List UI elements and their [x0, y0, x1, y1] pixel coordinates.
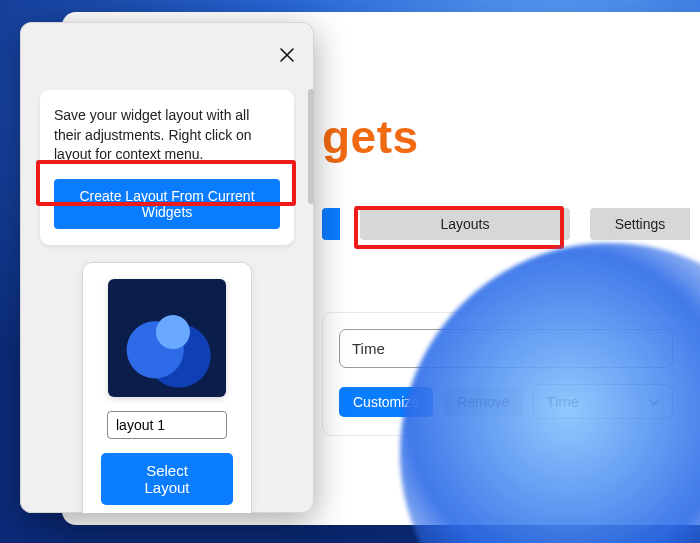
tab-settings[interactable]: Settings [590, 208, 690, 240]
close-button[interactable] [278, 46, 296, 64]
layout-card: Select Layout [82, 262, 252, 513]
layout-thumbnail [108, 279, 226, 397]
tab-row: Layouts Settings [322, 208, 690, 240]
tab-widgets-stub[interactable] [322, 208, 340, 240]
tooltip-text: Save your widget layout with all their a… [54, 106, 280, 165]
close-icon [278, 46, 296, 64]
select-value: Time [546, 393, 579, 410]
tooltip-card: Save your widget layout with all their a… [40, 90, 294, 245]
select-layout-button[interactable]: Select Layout [101, 453, 233, 505]
widget-type-select[interactable]: Time [533, 384, 673, 419]
remove-button[interactable]: Remove [443, 387, 523, 417]
widget-name-input[interactable] [339, 329, 673, 368]
customize-button[interactable]: Customize [339, 387, 433, 417]
scrollbar-thumb[interactable] [308, 89, 314, 204]
create-layout-button[interactable]: Create Layout From Current Widgets [54, 179, 280, 229]
page-title: gets [322, 110, 690, 164]
layout-name-input[interactable] [107, 411, 227, 439]
chevron-down-icon [648, 396, 660, 408]
widget-row-card: Customize Remove Time [322, 312, 690, 436]
tab-layouts[interactable]: Layouts [360, 208, 570, 240]
layouts-popup: Save your widget layout with all their a… [20, 22, 314, 513]
